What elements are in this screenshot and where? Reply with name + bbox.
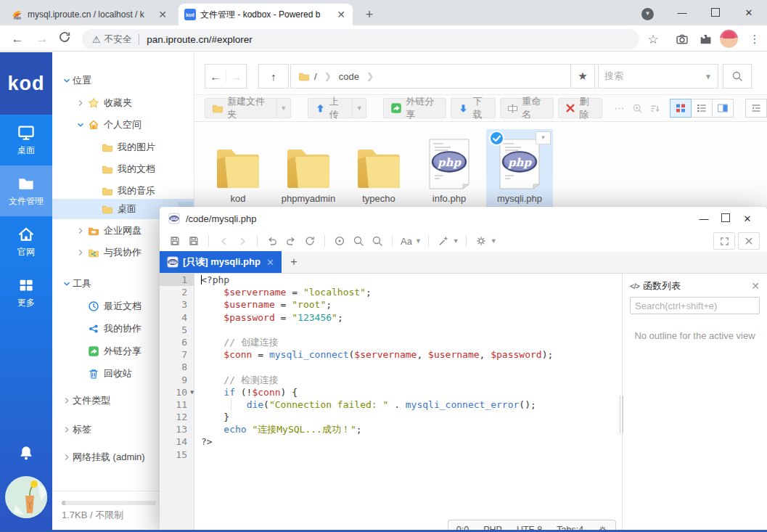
- reload-button[interactable]: [58, 30, 75, 48]
- bookmark-star-icon[interactable]: ☆: [644, 30, 662, 48]
- window-minimize-button[interactable]: —: [665, 0, 699, 25]
- search-icon[interactable]: [350, 233, 366, 249]
- notification-bell-icon[interactable]: [17, 444, 35, 462]
- line-number[interactable]: 6: [160, 336, 194, 348]
- chevron-right-icon[interactable]: [61, 452, 73, 462]
- chevron-down-icon[interactable]: [61, 279, 73, 289]
- zoom-icon[interactable]: [629, 99, 645, 118]
- line-number[interactable]: 9: [160, 374, 194, 386]
- chevron-down-icon[interactable]: ▼: [491, 237, 497, 245]
- file-tile-info.php[interactable]: php info.php: [416, 129, 483, 213]
- tab-close-icon[interactable]: ✕: [157, 9, 168, 20]
- toolbar-button-0[interactable]: 新建文件夹▼: [205, 98, 291, 118]
- tree-item[interactable]: 我的文档: [52, 158, 194, 180]
- view-grid-button[interactable]: [670, 99, 692, 118]
- chevron-down-icon[interactable]: ▼: [699, 73, 712, 81]
- line-number[interactable]: 10▼: [160, 386, 194, 398]
- chevron-down-icon[interactable]: ▼: [415, 237, 422, 245]
- editor-close-button[interactable]: ✕: [737, 213, 758, 224]
- rail-item-desktop[interactable]: 桌面: [0, 115, 52, 165]
- line-number[interactable]: 14: [160, 435, 194, 448]
- line-number[interactable]: 5: [160, 324, 194, 336]
- file-tile-kod[interactable]: kod: [205, 129, 271, 213]
- line-number[interactable]: 1: [160, 274, 194, 286]
- file-tile-phpmyadmin[interactable]: phpmyadmin: [275, 129, 342, 213]
- file-menu-caret-icon[interactable]: ▼: [536, 131, 551, 144]
- chevron-down-icon[interactable]: ▼: [453, 237, 459, 245]
- user-avatar[interactable]: [5, 476, 47, 518]
- more-options-icon[interactable]: [611, 99, 627, 118]
- editor-minimize-button[interactable]: —: [693, 213, 715, 224]
- nav-back-icon[interactable]: [216, 233, 231, 249]
- line-number[interactable]: 8: [160, 361, 194, 373]
- close-icon[interactable]: ✕: [751, 280, 760, 292]
- new-tab-button[interactable]: +: [360, 6, 379, 25]
- chevron-right-icon[interactable]: [75, 98, 86, 108]
- tree-item[interactable]: 位置: [52, 70, 194, 91]
- goto-line-icon[interactable]: [332, 233, 348, 249]
- font-settings-button[interactable]: Aa: [399, 233, 414, 249]
- line-number[interactable]: 12: [160, 411, 194, 423]
- selected-check-icon[interactable]: [489, 131, 504, 146]
- code-area[interactable]: <?php $servername = "localhost"; $userna…: [194, 274, 622, 532]
- favorite-star-button[interactable]: ★: [570, 64, 595, 89]
- forward-button[interactable]: →: [33, 30, 51, 48]
- security-chip[interactable]: ⚠ 不安全: [92, 33, 131, 46]
- breadcrumb-item[interactable]: code: [339, 71, 359, 82]
- chevron-right-icon[interactable]: [75, 226, 86, 236]
- line-number[interactable]: 4: [160, 311, 194, 324]
- save-icon[interactable]: [167, 233, 183, 249]
- chevron-down-icon[interactable]: [75, 120, 86, 130]
- file-tile-typecho[interactable]: typecho: [345, 129, 412, 213]
- chevron-right-icon[interactable]: [75, 247, 86, 258]
- editor-titlebar[interactable]: php /code/mysqli.php — ✕: [160, 207, 767, 230]
- browser-tab-phpmyadmin[interactable]: PMA mysql.iproute.cn / localhost / k ✕: [6, 4, 174, 25]
- tab-close-icon[interactable]: ✕: [335, 9, 347, 20]
- address-bar[interactable]: ⚠ 不安全 pan.iproute.cn/#explorer: [82, 29, 639, 49]
- explorer-up-icon[interactable]: ↑: [258, 64, 289, 89]
- window-close-button[interactable]: ✕: [732, 0, 766, 25]
- undo-icon[interactable]: [264, 233, 280, 249]
- line-number[interactable]: 15: [160, 449, 194, 461]
- rail-item-more[interactable]: 更多: [0, 267, 52, 318]
- toolbar-button-2[interactable]: 外链分享: [383, 98, 446, 118]
- toolbar-button-1[interactable]: 上传▼: [308, 98, 367, 118]
- line-number[interactable]: 7: [160, 348, 194, 361]
- sort-icon[interactable]: [647, 99, 663, 118]
- kod-logo[interactable]: kod: [0, 52, 52, 115]
- close-panel-icon[interactable]: ✕: [738, 232, 760, 250]
- url-text[interactable]: pan.iproute.cn/#explorer: [147, 34, 253, 45]
- chevron-down-icon[interactable]: ▼: [276, 99, 290, 118]
- explorer-back-icon[interactable]: ←: [205, 70, 226, 83]
- redo-icon[interactable]: [283, 233, 299, 249]
- rail-item-file-manager[interactable]: 文件管理: [0, 165, 52, 216]
- window-maximize-button[interactable]: [699, 0, 732, 25]
- nav-forward-icon[interactable]: [234, 233, 250, 249]
- tree-item[interactable]: 我的图片: [52, 136, 194, 158]
- save-as-icon[interactable]: [186, 233, 202, 249]
- editor-maximize-button[interactable]: [715, 213, 737, 224]
- tab-close-icon[interactable]: ✕: [266, 257, 274, 268]
- chevron-right-icon[interactable]: [61, 396, 73, 406]
- line-number[interactable]: 2: [160, 286, 194, 298]
- panel-resize-handle[interactable]: [622, 274, 623, 532]
- search-button[interactable]: [723, 64, 752, 89]
- line-number[interactable]: 11: [160, 398, 194, 411]
- settings-gear-icon[interactable]: [473, 233, 489, 249]
- editor-tab-mysqli[interactable]: php [只读] mysqli.php ✕: [160, 251, 282, 273]
- tree-item[interactable]: 个人空间: [52, 114, 194, 136]
- search-input[interactable]: 搜索 ▼: [598, 64, 718, 89]
- tree-item[interactable]: 收藏夹: [52, 92, 194, 114]
- view-column-button[interactable]: [712, 99, 734, 118]
- back-button[interactable]: ←: [9, 30, 26, 48]
- rail-item-website[interactable]: 官网: [0, 216, 52, 267]
- toolbar-button-4[interactable]: 重命名: [500, 98, 554, 118]
- browser-tab-kodbox[interactable]: kod 文件管理 - kodbox - Powered b ✕: [179, 4, 353, 25]
- line-number[interactable]: 13: [160, 423, 194, 435]
- view-list-button[interactable]: [691, 99, 713, 118]
- file-tile-mysqli.php[interactable]: php mysqli.php ▼: [486, 129, 553, 213]
- profile-avatar[interactable]: [720, 30, 738, 48]
- line-number[interactable]: 3: [160, 298, 194, 311]
- fold-caret-icon[interactable]: ▼: [190, 386, 194, 398]
- explorer-forward-icon[interactable]: →: [226, 70, 247, 83]
